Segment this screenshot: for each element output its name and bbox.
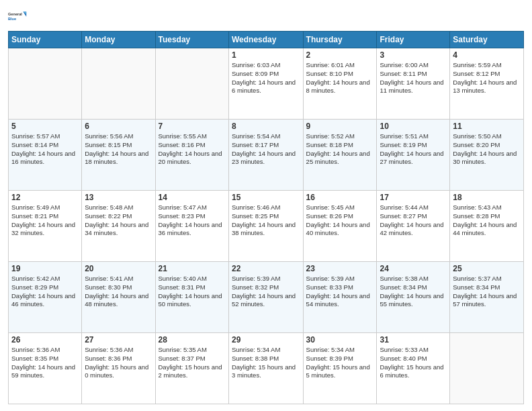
day-number: 11 [453, 122, 521, 131]
day-cell [155, 48, 228, 120]
day-number: 30 [306, 335, 374, 345]
weekday-header-friday: Friday [377, 32, 450, 48]
day-info: Sunrise: 5:52 AM Sunset: 8:18 PM Dayligh… [306, 132, 374, 167]
day-info: Sunrise: 5:51 AM Sunset: 8:19 PM Dayligh… [380, 132, 447, 167]
day-info: Sunrise: 5:41 AM Sunset: 8:30 PM Dayligh… [85, 275, 152, 309]
day-info: Sunrise: 5:50 AM Sunset: 8:20 PM Dayligh… [453, 132, 521, 167]
day-info: Sunrise: 5:34 AM Sunset: 8:39 PM Dayligh… [306, 346, 374, 380]
week-row-5: 26Sunrise: 5:36 AM Sunset: 8:35 PM Dayli… [9, 333, 524, 404]
week-row-3: 12Sunrise: 5:49 AM Sunset: 8:21 PM Dayli… [9, 191, 524, 262]
day-number: 28 [159, 335, 226, 345]
day-cell: 11Sunrise: 5:50 AM Sunset: 8:20 PM Dayli… [450, 120, 524, 191]
day-info: Sunrise: 5:46 AM Sunset: 8:25 PM Dayligh… [232, 203, 300, 238]
day-number: 3 [380, 50, 447, 60]
day-cell: 2Sunrise: 6:01 AM Sunset: 8:10 PM Daylig… [303, 48, 377, 120]
day-cell: 28Sunrise: 5:35 AM Sunset: 8:37 PM Dayli… [155, 333, 228, 404]
day-number: 16 [306, 193, 374, 202]
day-number: 1 [232, 50, 300, 60]
day-info: Sunrise: 6:01 AM Sunset: 8:10 PM Dayligh… [306, 61, 374, 95]
day-cell: 3Sunrise: 6:00 AM Sunset: 8:11 PM Daylig… [377, 48, 450, 120]
day-info: Sunrise: 5:35 AM Sunset: 8:37 PM Dayligh… [159, 346, 226, 380]
day-number: 10 [380, 122, 447, 131]
day-number: 23 [306, 264, 374, 273]
day-number: 5 [11, 122, 79, 131]
logo-icon: GeneralBlue [8, 7, 27, 26]
day-number: 26 [11, 335, 79, 345]
day-number: 19 [11, 264, 79, 273]
day-cell: 17Sunrise: 5:44 AM Sunset: 8:27 PM Dayli… [377, 191, 450, 262]
day-number: 4 [453, 50, 521, 60]
day-number: 29 [232, 335, 300, 345]
day-cell: 12Sunrise: 5:49 AM Sunset: 8:21 PM Dayli… [9, 191, 82, 262]
week-row-1: 1Sunrise: 6:03 AM Sunset: 8:09 PM Daylig… [9, 48, 524, 120]
day-number: 24 [380, 264, 447, 273]
day-cell: 19Sunrise: 5:42 AM Sunset: 8:29 PM Dayli… [9, 262, 82, 333]
day-cell: 22Sunrise: 5:39 AM Sunset: 8:32 PM Dayli… [228, 262, 303, 333]
day-cell: 13Sunrise: 5:48 AM Sunset: 8:22 PM Dayli… [82, 191, 155, 262]
day-number: 17 [380, 193, 447, 202]
day-info: Sunrise: 6:03 AM Sunset: 8:09 PM Dayligh… [232, 61, 300, 95]
day-number: 9 [306, 122, 374, 131]
day-cell: 18Sunrise: 5:43 AM Sunset: 8:28 PM Dayli… [450, 191, 524, 262]
day-number: 31 [380, 335, 447, 345]
day-info: Sunrise: 5:54 AM Sunset: 8:17 PM Dayligh… [232, 132, 300, 167]
day-info: Sunrise: 5:34 AM Sunset: 8:38 PM Dayligh… [232, 346, 300, 380]
day-cell: 6Sunrise: 5:56 AM Sunset: 8:15 PM Daylig… [82, 120, 155, 191]
day-cell: 29Sunrise: 5:34 AM Sunset: 8:38 PM Dayli… [228, 333, 303, 404]
day-cell: 1Sunrise: 6:03 AM Sunset: 8:09 PM Daylig… [228, 48, 303, 120]
day-number: 18 [453, 193, 521, 202]
day-info: Sunrise: 5:33 AM Sunset: 8:40 PM Dayligh… [380, 346, 447, 380]
day-info: Sunrise: 5:37 AM Sunset: 8:34 PM Dayligh… [453, 275, 521, 309]
weekday-header-sunday: Sunday [9, 32, 82, 48]
day-cell: 31Sunrise: 5:33 AM Sunset: 8:40 PM Dayli… [377, 333, 450, 404]
weekday-header-saturday: Saturday [450, 32, 524, 48]
day-info: Sunrise: 5:56 AM Sunset: 8:15 PM Dayligh… [85, 132, 152, 167]
day-info: Sunrise: 5:59 AM Sunset: 8:12 PM Dayligh… [453, 61, 521, 95]
day-info: Sunrise: 5:43 AM Sunset: 8:28 PM Dayligh… [453, 203, 521, 238]
day-info: Sunrise: 5:48 AM Sunset: 8:22 PM Dayligh… [85, 203, 152, 238]
weekday-header-wednesday: Wednesday [228, 32, 303, 48]
day-cell: 5Sunrise: 5:57 AM Sunset: 8:14 PM Daylig… [9, 120, 82, 191]
day-cell: 24Sunrise: 5:38 AM Sunset: 8:34 PM Dayli… [377, 262, 450, 333]
day-number: 6 [85, 122, 152, 131]
day-number: 20 [85, 264, 152, 273]
day-info: Sunrise: 5:42 AM Sunset: 8:29 PM Dayligh… [11, 275, 79, 309]
day-info: Sunrise: 5:55 AM Sunset: 8:16 PM Dayligh… [159, 132, 226, 167]
day-cell: 21Sunrise: 5:40 AM Sunset: 8:31 PM Dayli… [155, 262, 228, 333]
day-info: Sunrise: 5:39 AM Sunset: 8:32 PM Dayligh… [232, 275, 300, 309]
day-cell: 4Sunrise: 5:59 AM Sunset: 8:12 PM Daylig… [450, 48, 524, 120]
day-cell: 15Sunrise: 5:46 AM Sunset: 8:25 PM Dayli… [228, 191, 303, 262]
day-cell: 23Sunrise: 5:39 AM Sunset: 8:33 PM Dayli… [303, 262, 377, 333]
day-cell: 20Sunrise: 5:41 AM Sunset: 8:30 PM Dayli… [82, 262, 155, 333]
day-cell: 27Sunrise: 5:36 AM Sunset: 8:36 PM Dayli… [82, 333, 155, 404]
day-number: 14 [159, 193, 226, 202]
day-cell: 10Sunrise: 5:51 AM Sunset: 8:19 PM Dayli… [377, 120, 450, 191]
day-cell: 7Sunrise: 5:55 AM Sunset: 8:16 PM Daylig… [155, 120, 228, 191]
day-number: 27 [85, 335, 152, 345]
day-cell: 25Sunrise: 5:37 AM Sunset: 8:34 PM Dayli… [450, 262, 524, 333]
day-info: Sunrise: 5:49 AM Sunset: 8:21 PM Dayligh… [11, 203, 79, 238]
weekday-header-monday: Monday [82, 32, 155, 48]
day-info: Sunrise: 5:39 AM Sunset: 8:33 PM Dayligh… [306, 275, 374, 309]
day-info: Sunrise: 5:45 AM Sunset: 8:26 PM Dayligh… [306, 203, 374, 238]
week-row-2: 5Sunrise: 5:57 AM Sunset: 8:14 PM Daylig… [9, 120, 524, 191]
day-cell: 9Sunrise: 5:52 AM Sunset: 8:18 PM Daylig… [303, 120, 377, 191]
day-cell [9, 48, 82, 120]
day-number: 2 [306, 50, 374, 60]
day-number: 8 [232, 122, 300, 131]
day-cell [82, 48, 155, 120]
day-number: 15 [232, 193, 300, 202]
day-number: 25 [453, 264, 521, 273]
logo: GeneralBlue [8, 7, 27, 26]
svg-text:Blue: Blue [8, 17, 16, 21]
calendar-table: SundayMondayTuesdayWednesdayThursdayFrid… [8, 31, 524, 404]
day-info: Sunrise: 5:38 AM Sunset: 8:34 PM Dayligh… [380, 275, 447, 309]
day-number: 22 [232, 264, 300, 273]
day-info: Sunrise: 5:36 AM Sunset: 8:35 PM Dayligh… [11, 346, 79, 380]
day-info: Sunrise: 5:47 AM Sunset: 8:23 PM Dayligh… [159, 203, 226, 238]
day-cell: 8Sunrise: 5:54 AM Sunset: 8:17 PM Daylig… [228, 120, 303, 191]
day-number: 21 [159, 264, 226, 273]
day-info: Sunrise: 5:44 AM Sunset: 8:27 PM Dayligh… [380, 203, 447, 238]
day-number: 7 [159, 122, 226, 131]
day-number: 13 [85, 193, 152, 202]
